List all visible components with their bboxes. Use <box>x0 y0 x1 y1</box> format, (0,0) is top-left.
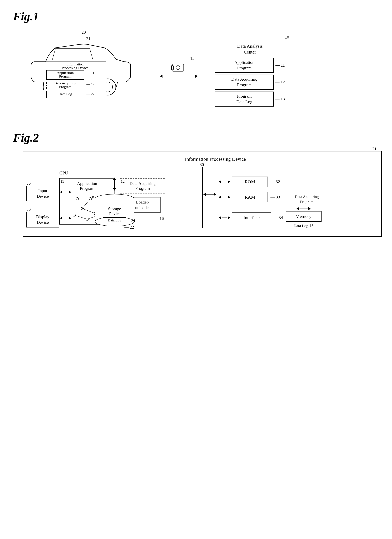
left-device-35: 35 Input Device <box>26 186 59 201</box>
fig1-title: Fig.1 <box>13 10 379 23</box>
dc-data-acquiring-box: Data Acquiring Program <box>215 75 274 90</box>
storage-arrow <box>113 178 116 191</box>
data-acq-label-right: Data Acquiring Program <box>289 194 325 204</box>
fig2-device-title: Information Processing Device <box>56 156 375 162</box>
ram-arrow <box>219 196 230 199</box>
fig1-content: 20 21 Information Processing Device <box>13 30 379 111</box>
ref-21-fig2: 21 <box>372 147 377 151</box>
ref-20: 20 <box>81 30 86 35</box>
car-section: 20 21 Information Processing Device <box>23 30 147 111</box>
ref-16: 16 <box>160 216 164 221</box>
rom-row: ROM — 32 <box>219 177 321 187</box>
ref-22-fig2: — 22 <box>124 225 134 230</box>
car-svg: Information Processing Device Applicatio… <box>23 30 140 111</box>
svg-text:Program: Program <box>59 74 72 78</box>
ref-21: 21 <box>86 36 90 41</box>
ref-33: — 33 <box>270 195 280 200</box>
ref-32: — 32 <box>270 179 280 184</box>
ref-10: 10 <box>285 35 289 40</box>
ref-31-row: — 31 <box>126 218 136 223</box>
storage-section: Storage Device Data Log — 31 — 22 <box>92 178 137 230</box>
ref-15-fig2: 15 <box>309 223 313 228</box>
rom-arrow <box>219 180 230 183</box>
fig2-main-box: 21 Information Processing Device 35 Inpu… <box>23 151 382 237</box>
dc-program-data-log-row: Program Data Log — 13 <box>215 91 285 106</box>
cpu-to-right-arrow <box>203 193 216 196</box>
data-center-title: Data Analysis Center <box>215 43 285 55</box>
interface-box: Interface <box>232 212 271 223</box>
camera-icon <box>171 62 187 73</box>
data-log-below: Data Log 15 <box>294 223 314 228</box>
ref-11b: — 11 <box>275 63 285 68</box>
fig2-title: Fig.2 <box>13 131 379 144</box>
data-center-outer-box: Data Analysis Center Application Program… <box>211 40 289 110</box>
ref-12b: — 12 <box>275 80 285 85</box>
svg-text:Program: Program <box>59 85 72 89</box>
double-arrow <box>160 75 198 78</box>
svg-point-20 <box>176 66 180 70</box>
ref-35: 35 <box>26 181 31 186</box>
ref-11-fig2: 11 <box>60 179 64 183</box>
data-analysis-center: 10 Data Analysis Center Application Prog… <box>211 40 289 110</box>
svg-text:Device: Device <box>109 211 120 216</box>
interface-to-memory: Data Acquiring Program Memory Data Log 1… <box>286 207 321 228</box>
svg-text:Storage: Storage <box>108 207 121 211</box>
dc-app-row: Application Program — 11 <box>215 58 285 73</box>
ref-13: — 13 <box>275 96 285 101</box>
fig1-section: Fig.1 20 21 Information <box>13 10 379 111</box>
svg-text:Data Log: Data Log <box>108 218 121 222</box>
dc-program-data-log-box: Program Data Log <box>215 91 274 106</box>
rom-box: ROM <box>232 177 268 187</box>
ref-36: 36 <box>26 207 31 212</box>
interface-row: Interface — 34 Data Acquiring Program <box>219 207 321 228</box>
fig2-section: Fig.2 21 Information Processing Device 3… <box>13 131 379 237</box>
svg-text:— 22: — 22 <box>86 92 95 96</box>
ref-22-row: — 22 <box>124 225 134 230</box>
input-device-box: Input Device <box>26 186 59 201</box>
dc-app-program-box: Application Program <box>215 58 274 73</box>
svg-text:Processing Device: Processing Device <box>62 66 88 70</box>
connection-section: 15 <box>160 56 198 78</box>
svg-text:— 11: — 11 <box>86 71 95 75</box>
svg-text:— 12: — 12 <box>86 82 95 86</box>
ref-31: — 31 <box>126 218 136 223</box>
dc-data-acq-row: Data Acquiring Program — 12 <box>215 75 285 90</box>
ref-15: 15 <box>190 56 194 61</box>
ref-34: — 34 <box>273 215 283 220</box>
memory-box: Memory <box>286 211 321 221</box>
data-log-label-right: Data Log <box>294 224 308 228</box>
left-device-36: 36 Display Device <box>26 212 59 227</box>
interface-arrow <box>219 216 230 219</box>
ref-30: 30 <box>200 162 204 167</box>
right-components: ROM — 32 RAM — 33 <box>219 177 321 228</box>
svg-line-26 <box>82 199 90 209</box>
display-device-box: Display Device <box>26 212 59 227</box>
cpu-label: CPU <box>59 170 199 176</box>
svg-rect-19 <box>172 66 173 70</box>
svg-line-33 <box>74 215 87 219</box>
ram-box: RAM <box>232 192 268 202</box>
svg-text:Data Log: Data Log <box>59 92 72 96</box>
